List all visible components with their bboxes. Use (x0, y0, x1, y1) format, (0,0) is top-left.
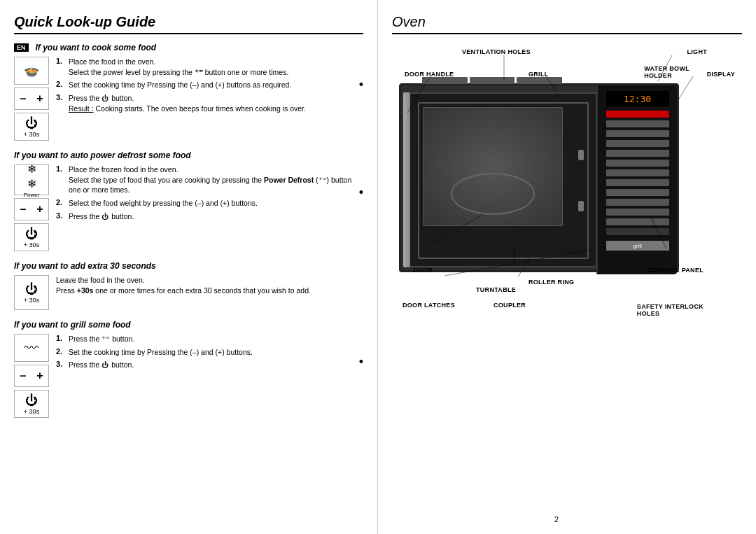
minus-icon: – (20, 92, 26, 105)
start-box-1: ⏻ + 30s (14, 113, 49, 141)
step-cook-2: 2. Set the cooking time by Pressing the … (56, 80, 352, 90)
grill-icon: 〰 (24, 340, 38, 356)
ventilation-holes-label: VENTILATION HOLES (462, 48, 531, 55)
section-defrost: If you want to auto power defrost some f… (14, 150, 363, 251)
door-latches-label: DOOR LATCHES (402, 302, 455, 309)
door-label: DOOR (413, 267, 433, 274)
control-panel-label: CONTROL PANEL (647, 267, 704, 274)
section-grill: If you want to grill some food 〰 – + ⏻ +… (14, 320, 363, 418)
power-icon-4: ⏻ (25, 393, 38, 408)
minus-icon-2: – (20, 203, 26, 216)
section-defrost-header: If you want to auto power defrost some f… (14, 150, 363, 160)
section-grill-header: If you want to grill some food (14, 320, 363, 330)
start-box-2: ⏻ + 30s (14, 223, 49, 251)
section-cook: EN If you want to cook some food 🍲 – + ⏻… (14, 43, 363, 141)
grill-button: grill (606, 241, 669, 251)
step-extra30-text: Leave the food in the oven.Press +30s on… (56, 275, 363, 295)
step-grill-2: 2. Set the cooking time by Pressing the … (56, 347, 352, 358)
oven-display: 12:30 (606, 91, 669, 106)
defrost-icon-box: ❄❄ Power (14, 164, 49, 195)
oven-diagram: VENTILATION HOLES LIGHT DOOR HANDLE GRIL… (392, 43, 742, 337)
light-label: LIGHT (687, 48, 708, 55)
right-panel: Oven VENTILATION HOLES LIGHT DOOR HANDLE… (378, 0, 756, 534)
step-defrost-3: 3. Press the ⏻ button. (56, 211, 352, 222)
start-box-4: ⏻ + 30s (14, 390, 49, 418)
display-label: DISPLAY (707, 71, 735, 78)
minus-icon-3: – (20, 370, 26, 382)
cook-icon-box: 🍲 (14, 57, 49, 85)
plus-icon-3: + (36, 370, 43, 382)
minus-plus-3: – + (14, 365, 49, 387)
step-defrost-2: 2. Select the food weight by pressing th… (56, 198, 352, 209)
step-defrost-1: 1. Place the frozen food in the oven.Sel… (56, 164, 352, 195)
plus30-label-4: + 30s (24, 408, 39, 415)
plus30-label-2: + 30s (24, 241, 39, 248)
plus30-label-3: + 30s (24, 297, 39, 304)
microwave-icon: 🍲 (24, 63, 39, 78)
step-cook-3: 3. Press the ⏻ button.Result : Cooking s… (56, 93, 352, 113)
en-badge: EN (14, 43, 29, 52)
grill-icon-box: 〰 (14, 334, 49, 362)
safety-interlock-label: SAFETY INTERLOCKHOLES (637, 303, 704, 317)
plus30-label-1: + 30s (24, 131, 39, 138)
power-icon-3: ⏻ (25, 282, 38, 297)
start-box-3: ⏻ + 30s (14, 275, 49, 310)
step-grill-1: 1. Press the ⁺⁼ button. (56, 334, 352, 344)
water-bowl-holder-label: WATER BOWLHOLDER (644, 65, 690, 79)
snowflake-icon: ❄ (27, 162, 36, 176)
left-title: Quick Look-up Guide (14, 14, 363, 34)
turntable-label: TURNTABLE (476, 286, 516, 293)
section-extra30-header: If you want to add extra 30 seconds (14, 261, 363, 271)
plus-icon-2: + (36, 203, 43, 216)
power-icon-2: ⏻ (25, 227, 38, 241)
roller-ring-label: ROLLER RING (528, 279, 574, 286)
left-panel: Quick Look-up Guide EN If you want to co… (0, 0, 378, 534)
step-cook-1: 1. Place the food in the oven.Select the… (56, 57, 352, 77)
page-number: 2 (357, 515, 756, 524)
step-grill-3: 3. Press the ⏻ button. (56, 360, 352, 370)
section-extra30: If you want to add extra 30 seconds ⏻ + … (14, 261, 363, 310)
snowflake2-icon: ❄ (27, 177, 36, 190)
coupler-label: COUPLER (493, 302, 526, 309)
minus-plus-1: – + (14, 87, 49, 110)
section-cook-header: EN If you want to cook some food (14, 43, 363, 52)
minus-plus-2: – + (14, 198, 49, 220)
plus-icon: + (36, 92, 43, 105)
right-title: Oven (392, 14, 742, 34)
power-icon-1: ⏻ (25, 116, 38, 131)
power-label: Power (24, 192, 40, 198)
